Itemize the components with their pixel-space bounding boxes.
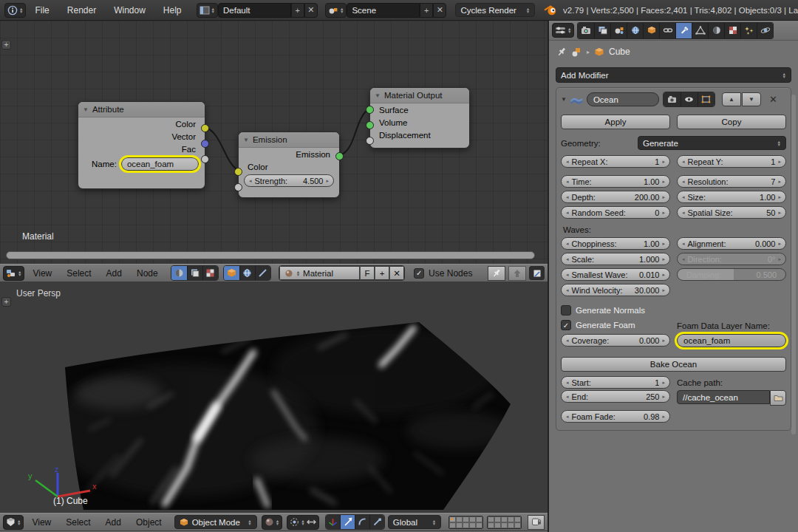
new-material-button[interactable]: +: [375, 266, 389, 280]
render-engine-dropdown[interactable]: Cycles Render ▲▼: [455, 3, 535, 17]
menu-window[interactable]: Window: [105, 5, 154, 16]
menu-help[interactable]: Help: [154, 5, 191, 16]
layer-group-1[interactable]: [449, 516, 483, 529]
delete-modifier-button[interactable]: ✕: [769, 94, 777, 105]
layer-group-2[interactable]: [487, 516, 522, 529]
smallest-wave-field[interactable]: ◂Smallest Wave:0.010▸: [561, 268, 670, 281]
viewport-3d[interactable]: +: [0, 282, 548, 513]
object-shader-tab[interactable]: [224, 266, 239, 280]
start-frame-field[interactable]: ◂Start:1▸: [561, 376, 670, 389]
pivot-point-dropdown[interactable]: ▲▼: [287, 515, 318, 530]
menu-object[interactable]: Object: [129, 517, 168, 528]
compositing-nodes-tab[interactable]: [187, 266, 202, 280]
depth-field[interactable]: ◂Depth:200.00▸: [561, 191, 670, 203]
editor-type-selector[interactable]: ▲▼: [3, 266, 24, 281]
spatial-size-field[interactable]: ◂Spatial Size:50▸: [677, 206, 786, 219]
end-frame-field[interactable]: ◂End:250▸: [561, 390, 670, 403]
use-nodes-checkbox[interactable]: ✓: [414, 268, 424, 279]
foam-fade-field[interactable]: ◂Foam Fade:0.98▸: [561, 410, 670, 423]
rotate-manipulator[interactable]: [355, 515, 369, 529]
breadcrumb-object-name[interactable]: Cube: [609, 47, 630, 57]
menu-select[interactable]: Select: [59, 517, 97, 528]
tab-render[interactable]: [578, 23, 594, 38]
cache-path-input[interactable]: //cache_ocean: [677, 390, 770, 404]
editmode-visibility-toggle[interactable]: [698, 92, 715, 106]
linestyle-shader-tab[interactable]: [255, 266, 270, 280]
screen-layout-field[interactable]: Default: [218, 3, 291, 18]
editor-type-selector[interactable]: ▲▼: [4, 3, 26, 18]
manipulate-centers-icon[interactable]: [307, 517, 316, 527]
tab-world[interactable]: [627, 23, 643, 38]
menu-select[interactable]: Select: [60, 268, 98, 279]
viewport-visibility-toggle[interactable]: [681, 92, 698, 106]
modifier-name-input[interactable]: Ocean: [587, 92, 659, 106]
screen-layout-icon-button[interactable]: ▲▼: [197, 3, 218, 18]
collapse-icon[interactable]: ▼: [375, 92, 381, 99]
time-field[interactable]: ◂Time:1.00▸: [561, 175, 670, 188]
move-modifier-up-button[interactable]: ▲: [722, 92, 741, 106]
bake-ocean-button[interactable]: Bake Ocean: [561, 357, 786, 372]
menu-file[interactable]: File: [26, 5, 58, 16]
tab-modifiers[interactable]: [675, 23, 692, 38]
go-parent-tree-button[interactable]: [508, 266, 526, 281]
socket-emission-output[interactable]: [335, 152, 344, 160]
world-shader-tab[interactable]: [239, 266, 255, 280]
scale-manipulator[interactable]: [369, 515, 384, 529]
move-modifier-down-button[interactable]: ▼: [742, 92, 761, 106]
unlink-material-button[interactable]: ✕: [389, 266, 404, 280]
collapse-icon[interactable]: ▼: [83, 106, 89, 113]
socket-fac-output[interactable]: [201, 155, 209, 163]
fake-user-button[interactable]: F: [360, 266, 375, 280]
foam-layer-name-input[interactable]: ocean_foam: [677, 334, 786, 347]
socket-strength-input[interactable]: [234, 183, 242, 191]
copy-button[interactable]: Copy: [677, 115, 786, 129]
socket-color-output[interactable]: [201, 124, 209, 132]
object-icon[interactable]: [571, 47, 582, 57]
snap-button[interactable]: [529, 266, 545, 280]
attribute-node[interactable]: ▼Attribute Color Vector Fac Name: ocean_…: [78, 101, 205, 189]
manipulator-toggle[interactable]: [326, 515, 341, 529]
emission-node[interactable]: ▼Emission Emission Color ◂ Strength: 4.5…: [238, 132, 340, 198]
choppiness-field[interactable]: ◂Choppiness:1.00▸: [561, 237, 670, 250]
translate-manipulator[interactable]: [340, 515, 355, 529]
delete-layout-button[interactable]: ✕: [304, 3, 318, 18]
repeat-y-field[interactable]: ◂Repeat Y:1▸: [677, 155, 786, 168]
collapse-icon[interactable]: ▼: [243, 137, 249, 143]
size-field[interactable]: ◂Size:1.00▸: [677, 191, 786, 203]
tab-object-data[interactable]: [692, 23, 708, 38]
apply-button[interactable]: Apply: [561, 115, 670, 129]
region-expand-icon[interactable]: +: [1, 40, 11, 50]
generate-normals-checkbox[interactable]: [561, 305, 571, 316]
material-selector[interactable]: ▲▼ Material: [279, 266, 360, 280]
pin-icon[interactable]: [556, 47, 567, 57]
delete-scene-button[interactable]: ✕: [433, 3, 446, 18]
vertical-scrollbar[interactable]: [791, 95, 796, 434]
viewport-shading-dropdown[interactable]: ▲▼: [262, 515, 282, 530]
random-seed-field[interactable]: ◂Random Seed:0▸: [561, 206, 670, 219]
tab-object[interactable]: [643, 23, 659, 38]
scene-lock-button[interactable]: [528, 515, 545, 530]
socket-volume-input[interactable]: [366, 121, 374, 129]
menu-view[interactable]: View: [25, 517, 58, 528]
scene-field[interactable]: Scene: [347, 3, 420, 18]
socket-surface-input[interactable]: [366, 106, 374, 114]
add-scene-button[interactable]: +: [420, 3, 433, 18]
tab-physics[interactable]: [757, 23, 773, 38]
menu-add[interactable]: Add: [100, 268, 129, 279]
add-modifier-dropdown[interactable]: Add Modifier ▲▼: [556, 67, 791, 83]
tab-constraints[interactable]: [659, 23, 675, 38]
horizontal-scrollbar[interactable]: [6, 251, 535, 259]
add-layout-button[interactable]: +: [291, 3, 304, 18]
node-editor-canvas[interactable]: + ▼Attribute Color Vector Fac Name: ocea…: [0, 21, 548, 264]
tab-particles[interactable]: [740, 23, 757, 38]
tab-material[interactable]: [708, 23, 724, 38]
editor-type-selector[interactable]: ▲▼: [552, 23, 574, 38]
material-output-node[interactable]: ▼Material Output Surface Volume Displace…: [369, 87, 470, 149]
menu-view[interactable]: View: [26, 268, 58, 279]
tab-render-layers[interactable]: [594, 23, 610, 38]
texture-nodes-tab[interactable]: [202, 266, 218, 280]
tab-scene[interactable]: [610, 23, 627, 38]
generate-foam-checkbox[interactable]: ✓: [561, 320, 571, 330]
menu-node[interactable]: Node: [130, 268, 165, 279]
socket-vector-output[interactable]: [201, 140, 209, 148]
